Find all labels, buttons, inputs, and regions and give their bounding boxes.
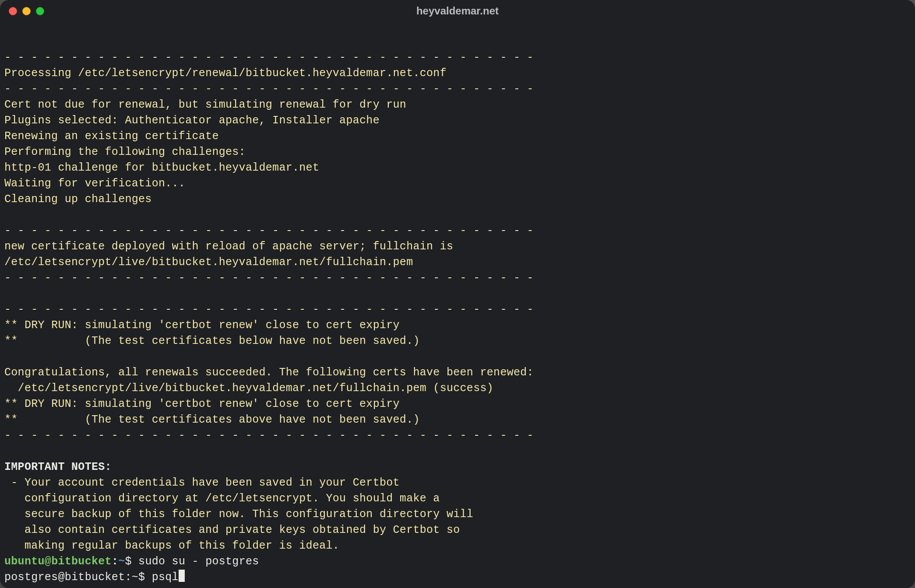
terminal-window: heyvaldemar.net - - - - - - - - - - - - … — [0, 0, 915, 588]
prompt-dollar: $ — [125, 555, 139, 568]
output-line: - - - - - - - - - - - - - - - - - - - - … — [4, 81, 911, 97]
output-line: Waiting for verification... — [4, 176, 911, 192]
output-line: making regular backups of this folder is… — [4, 538, 911, 554]
output-line: ** (The test certificates above have not… — [4, 412, 911, 428]
prompt-colon: : — [112, 555, 118, 568]
prompt-host: bitbucket — [51, 555, 112, 568]
output-line: - - - - - - - - - - - - - - - - - - - - … — [4, 428, 911, 444]
command-text: psql — [152, 571, 179, 584]
output-line: new certificate deployed with reload of … — [4, 239, 911, 255]
output-line: - - - - - - - - - - - - - - - - - - - - … — [4, 50, 911, 66]
output-line: secure backup of this folder now. This c… — [4, 507, 911, 522]
output-line: - - - - - - - - - - - - - - - - - - - - … — [4, 270, 911, 286]
terminal-viewport[interactable]: - - - - - - - - - - - - - - - - - - - - … — [0, 22, 915, 588]
output-line: Processing /etc/letsencrypt/renewal/bitb… — [4, 66, 911, 81]
output-line: Cert not due for renewal, but simulating… — [4, 97, 911, 113]
output-line: ** (The test certificates below have not… — [4, 333, 911, 349]
blank-line — [4, 444, 911, 459]
output-line: /etc/letsencrypt/live/bitbucket.heyvalde… — [4, 255, 911, 270]
blank-line — [4, 349, 911, 365]
output-line: ** DRY RUN: simulating 'certbot renew' c… — [4, 396, 911, 412]
output-line: configuration directory at /etc/letsencr… — [4, 491, 911, 507]
output-line: Congratulations, all renewals succeeded.… — [4, 365, 911, 381]
window-title: heyvaldemar.net — [0, 5, 915, 17]
command-text: sudo su - postgres — [138, 555, 259, 568]
output-line: /etc/letsencrypt/live/bitbucket.heyvalde… — [4, 381, 911, 396]
prompt-path: ~ — [118, 555, 125, 568]
prompt-prefix: postgres@bitbucket:~$ — [4, 571, 152, 584]
titlebar: heyvaldemar.net — [0, 0, 915, 22]
prompt-at: @ — [45, 555, 51, 568]
cursor-icon — [179, 570, 185, 582]
output-line: also contain certificates and private ke… — [4, 522, 911, 538]
blank-line — [4, 286, 911, 302]
prompt-user: ubuntu — [4, 555, 45, 568]
output-line: - Your account credentials have been sav… — [4, 475, 911, 491]
zoom-icon[interactable] — [36, 7, 44, 15]
output-line: Performing the following challenges: — [4, 144, 911, 160]
output-line: http-01 challenge for bitbucket.heyvalde… — [4, 160, 911, 176]
output-line: - - - - - - - - - - - - - - - - - - - - … — [4, 302, 911, 318]
blank-line — [4, 207, 911, 223]
notes-heading: IMPORTANT NOTES: — [4, 459, 911, 475]
minimize-icon[interactable] — [22, 7, 31, 15]
output-line: - - - - - - - - - - - - - - - - - - - - … — [4, 223, 911, 239]
output-line: Plugins selected: Authenticator apache, … — [4, 113, 911, 129]
output-line: Renewing an existing certificate — [4, 129, 911, 144]
prompt-line-2[interactable]: postgres@bitbucket:~$ psql — [4, 570, 911, 585]
close-icon[interactable] — [9, 7, 17, 15]
output-line: ** DRY RUN: simulating 'certbot renew' c… — [4, 318, 911, 333]
output-line: Cleaning up challenges — [4, 192, 911, 207]
prompt-line-1: ubuntu@bitbucket:~$ sudo su - postgres — [4, 554, 911, 570]
window-controls — [9, 7, 44, 15]
